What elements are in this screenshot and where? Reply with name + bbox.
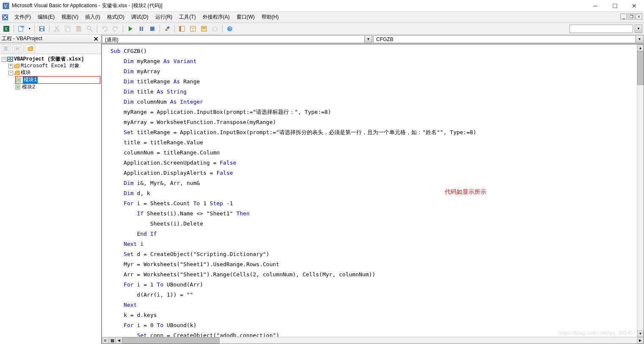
reset-button[interactable] xyxy=(148,24,157,33)
module2-item[interactable]: 模块2 xyxy=(22,84,35,91)
code-area: (通用) ▼ CFGZB ▼ Sub CFGZB() Dim myRange A… xyxy=(102,35,644,344)
menu-insert[interactable]: 插入(I) xyxy=(82,12,103,22)
dropdown-arrow-icon[interactable]: ▼ xyxy=(364,36,372,43)
folder-icon xyxy=(14,63,20,69)
project-tree[interactable]: − VBAProject (安徽省.xlsx) + Microsoft Exce… xyxy=(0,54,101,344)
properties-window-button[interactable] xyxy=(188,24,198,33)
object-dropdown-text: (通用) xyxy=(102,36,364,43)
excel-objects-folder[interactable]: Microsoft Excel 对象 xyxy=(21,63,80,69)
svg-rect-27 xyxy=(201,26,206,31)
svg-text:V: V xyxy=(4,4,7,8)
menu-file[interactable]: 文件(F) xyxy=(11,12,34,22)
svg-rect-15 xyxy=(77,26,80,27)
mdi-close-button[interactable]: × xyxy=(636,14,642,19)
svg-rect-28 xyxy=(202,28,206,28)
find-button[interactable] xyxy=(85,24,94,33)
horizontal-scrollbar[interactable]: ≡ ▦ ◀ ▶ xyxy=(102,337,644,344)
vba-menu-icon xyxy=(2,14,8,21)
redo-button[interactable] xyxy=(111,24,120,33)
scroll-up-icon[interactable]: ▲ xyxy=(637,44,644,51)
modules-folder[interactable]: 模块 xyxy=(21,69,31,76)
svg-rect-13 xyxy=(66,28,70,32)
insert-module-button[interactable] xyxy=(17,24,26,33)
view-excel-button[interactable]: X xyxy=(2,24,11,33)
svg-rect-38 xyxy=(8,58,10,59)
module-icon xyxy=(15,85,21,90)
mdi-restore-button[interactable]: ❐ xyxy=(628,14,635,19)
save-button[interactable] xyxy=(37,24,47,33)
menu-format[interactable]: 格式(O) xyxy=(104,12,128,22)
svg-line-17 xyxy=(90,29,92,31)
run-button[interactable] xyxy=(126,24,135,33)
toggle-folders-button[interactable] xyxy=(26,44,35,53)
toolbar: X ▼ ? ▼ xyxy=(0,23,644,35)
svg-rect-20 xyxy=(150,27,154,31)
copy-button[interactable] xyxy=(63,24,72,33)
menu-edit[interactable]: 编辑(E) xyxy=(34,12,58,22)
svg-text:X: X xyxy=(5,27,8,31)
scroll-left-icon[interactable]: ◀ xyxy=(116,337,122,344)
project-explorer-button[interactable] xyxy=(177,24,187,33)
menu-addins[interactable]: 外接程序(A) xyxy=(199,12,233,22)
expander-icon[interactable]: − xyxy=(2,57,6,62)
object-dropdown[interactable]: (通用) ▼ xyxy=(102,35,372,43)
module-icon xyxy=(16,77,22,83)
project-panel-close-button[interactable]: ✕ xyxy=(93,36,99,42)
procedure-view-button[interactable]: ≡ xyxy=(102,337,109,344)
menu-run[interactable]: 运行(R) xyxy=(152,12,176,22)
view-object-button[interactable] xyxy=(13,44,22,53)
scroll-thumb-h[interactable] xyxy=(122,337,220,344)
mdi-minimize-button[interactable]: _ xyxy=(620,14,627,19)
maximize-button[interactable]: ☐ xyxy=(605,0,625,12)
svg-rect-41 xyxy=(11,60,12,61)
minimize-button[interactable]: ─ xyxy=(586,0,605,12)
project-root-label[interactable]: VBAProject (安徽省.xlsx) xyxy=(14,56,84,63)
svg-rect-40 xyxy=(8,60,10,61)
menu-view[interactable]: 视图(V) xyxy=(58,12,82,22)
svg-rect-23 xyxy=(179,26,181,31)
svg-rect-6 xyxy=(21,26,24,28)
annotation-text: 代码如显示所示 xyxy=(445,188,486,196)
full-module-view-button[interactable]: ▦ xyxy=(109,337,116,344)
vertical-scrollbar[interactable]: ▲ ▼ xyxy=(637,44,644,337)
svg-point-16 xyxy=(87,26,91,30)
folder-open-icon xyxy=(14,70,20,75)
titlebar: V Microsoft Visual Basic for Application… xyxy=(0,0,644,12)
menu-tools[interactable]: 工具(T) xyxy=(176,12,199,22)
paste-button[interactable] xyxy=(74,24,83,33)
scroll-down-icon[interactable]: ▼ xyxy=(637,330,644,337)
procedure-dropdown[interactable]: CFGZB ▼ xyxy=(373,35,644,43)
help-button[interactable]: ? xyxy=(225,24,234,33)
svg-rect-18 xyxy=(140,27,141,31)
project-explorer-panel: 工程 - VBAProject ✕ − VBAProject (安徽省.xlsx… xyxy=(0,35,102,344)
procedure-dropdown-text: CFGZB xyxy=(374,36,636,43)
toolbar-combo[interactable] xyxy=(570,25,633,33)
svg-text:?: ? xyxy=(229,27,231,31)
expander-icon[interactable]: − xyxy=(8,71,13,75)
toolbar-combo-arrow[interactable]: ▼ xyxy=(635,25,642,33)
menu-help[interactable]: 帮助(H) xyxy=(258,12,282,22)
cut-button[interactable] xyxy=(52,24,61,33)
object-browser-button[interactable] xyxy=(199,24,209,33)
watermark-text: https://blog.csdn.net/qq_3854571 xyxy=(558,330,639,336)
expander-icon[interactable]: + xyxy=(8,64,13,69)
menu-debug[interactable]: 调试(D) xyxy=(128,12,152,22)
svg-rect-39 xyxy=(11,58,12,59)
code-editor[interactable]: Sub CFGZB() Dim myRange As Variant Dim m… xyxy=(102,44,637,337)
module1-item[interactable]: 模块1 xyxy=(23,77,38,83)
scroll-thumb[interactable] xyxy=(637,51,644,85)
dropdown-arrow-icon[interactable]: ▼ xyxy=(636,36,643,43)
scroll-right-icon[interactable]: ▶ xyxy=(637,337,644,344)
design-mode-button[interactable] xyxy=(162,24,172,33)
menubar: 文件(F) 编辑(E) 视图(V) 插入(I) 格式(O) 调试(D) 运行(R… xyxy=(0,12,644,23)
toolbox-button[interactable] xyxy=(210,24,220,33)
vba-app-icon: V xyxy=(3,3,9,9)
menu-window[interactable]: 窗口(W) xyxy=(233,12,258,22)
view-code-button[interactable] xyxy=(2,44,11,53)
close-button[interactable]: ✕ xyxy=(625,0,644,12)
insert-module-dropdown[interactable]: ▼ xyxy=(28,24,32,33)
svg-rect-21 xyxy=(166,26,170,29)
svg-rect-19 xyxy=(142,27,143,31)
undo-button[interactable] xyxy=(100,24,109,33)
break-button[interactable] xyxy=(137,24,146,33)
